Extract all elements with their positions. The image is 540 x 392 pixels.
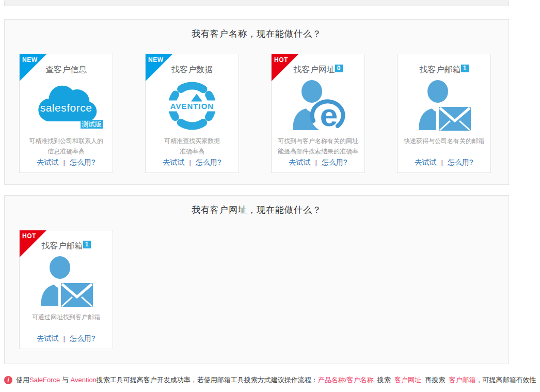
- how-to-link[interactable]: 怎么用?: [196, 158, 221, 166]
- avention-peak-icon: [191, 94, 202, 102]
- section-title: 我有客户名称，现在能做什么？: [5, 20, 509, 40]
- salesforce-logo: salesforce 测试版: [33, 83, 100, 129]
- count-badge: 1: [83, 241, 91, 248]
- card-title: 找客户邮箱1: [42, 241, 91, 252]
- cards-row: HOT 找客户邮箱1 可通过网址找到客户邮箱 去: [19, 230, 113, 349]
- card-find-customer-data: NEW 找客户数据 AVENTION 可精准查找买家数据 准确率高 去: [145, 54, 239, 173]
- card-title: 找客户网址0: [294, 65, 343, 76]
- card-title: 找客户邮箱1: [420, 65, 469, 76]
- card-description: 可找到与客户名称有关的网址 能提高邮件搜索结果的准确率: [272, 136, 364, 158]
- hot-ribbon: HOT: [272, 54, 298, 81]
- card-links: 去试试|怎么用?: [37, 158, 95, 167]
- new-ribbon: NEW: [20, 54, 46, 81]
- try-link[interactable]: 去试试: [163, 158, 184, 166]
- new-ribbon: NEW: [146, 54, 172, 81]
- try-link[interactable]: 去试试: [37, 334, 58, 342]
- card-description: 快速获得与公司名有关的邮箱: [398, 136, 490, 158]
- collapsed-header-bar: [4, 1, 509, 6]
- section-customer-name: 我有客户名称，现在能做什么？ NEW 查客户信息: [4, 19, 509, 185]
- card-description: 可精准找到公司和联系人的 信息准确率高: [20, 136, 113, 158]
- footer-tip: i 使用SaleForce 与 Avention搜索工具可提高客户开发成功率，若…: [4, 375, 538, 385]
- how-to-link[interactable]: 怎么用?: [70, 158, 96, 166]
- card-find-customer-website: HOT 找客户网址0 e 可找到与客户名称有关的网址 能提高邮件搜索结果的准确率: [271, 54, 365, 173]
- card-find-customer-email-by-url: HOT 找客户邮箱1 可通过网址找到客户邮箱 去: [19, 230, 113, 349]
- person-email-icon: [415, 79, 473, 133]
- card-description: 可精准查找买家数据 准确率高: [146, 136, 239, 158]
- card-description: 可通过网址找到客户邮箱: [20, 312, 113, 334]
- count-badge: 0: [335, 65, 343, 72]
- card-links: 去试试|怎么用?: [415, 158, 473, 167]
- person-email-icon: [37, 255, 95, 309]
- cards-row: NEW 查客户信息 salesforce 测试版: [19, 54, 491, 173]
- card-links: 去试试|怎么用?: [289, 158, 347, 167]
- try-link[interactable]: 去试试: [37, 158, 58, 166]
- card-title: 找客户数据: [171, 65, 213, 76]
- how-to-link[interactable]: 怎么用?: [448, 158, 473, 166]
- try-link[interactable]: 去试试: [289, 158, 310, 166]
- how-to-link[interactable]: 怎么用?: [70, 334, 96, 342]
- try-link[interactable]: 去试试: [415, 158, 436, 166]
- section-customer-website: 我有客户网址，现在能做什么？ HOT 找客户邮箱1 可通过网址找到客户: [4, 195, 509, 364]
- how-to-link[interactable]: 怎么用?: [322, 158, 347, 166]
- card-find-customer-email: 找客户邮箱1 快速获得与公司名有关的邮箱 去试试|怎么用?: [397, 54, 491, 173]
- hot-ribbon: HOT: [20, 230, 46, 257]
- card-links: 去试试|怎么用?: [163, 158, 221, 167]
- avention-logo: AVENTION: [167, 81, 217, 131]
- card-links: 去试试|怎么用?: [37, 334, 95, 343]
- salesforce-wordmark: salesforce: [40, 102, 92, 114]
- count-badge: 1: [461, 65, 469, 72]
- beta-tag: 测试版: [81, 120, 103, 129]
- avention-wordmark: AVENTION: [170, 102, 214, 111]
- person-browser-icon: e: [289, 79, 347, 133]
- card-check-customer-info: NEW 查客户信息 salesforce 测试版: [19, 54, 113, 173]
- footer-tip-text: 使用SaleForce 与 Avention搜索工具可提高客户开发成功率，若使用…: [16, 375, 536, 385]
- card-title: 查客户信息: [45, 65, 87, 76]
- info-icon: i: [4, 376, 12, 384]
- section-title: 我有客户网址，现在能做什么？: [5, 196, 509, 216]
